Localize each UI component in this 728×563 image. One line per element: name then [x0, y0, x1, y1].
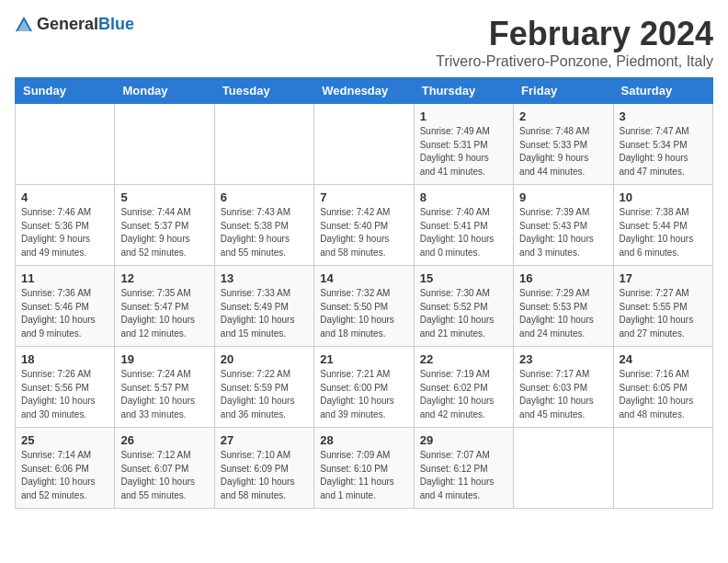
calendar-cell: 16Sunrise: 7:29 AM Sunset: 5:53 PM Dayli…	[514, 266, 613, 347]
day-info: Sunrise: 7:29 AM Sunset: 5:53 PM Dayligh…	[519, 287, 607, 340]
calendar-cell: 12Sunrise: 7:35 AM Sunset: 5:47 PM Dayli…	[115, 266, 214, 347]
day-number: 18	[21, 352, 108, 366]
calendar-cell: 11Sunrise: 7:36 AM Sunset: 5:46 PM Dayli…	[16, 266, 115, 347]
calendar-cell: 13Sunrise: 7:33 AM Sunset: 5:49 PM Dayli…	[214, 266, 313, 347]
calendar-cell: 4Sunrise: 7:46 AM Sunset: 5:36 PM Daylig…	[16, 185, 115, 266]
day-number: 15	[420, 271, 507, 285]
day-number: 17	[620, 271, 707, 285]
logo-text-general: General	[37, 15, 98, 33]
day-number: 25	[21, 433, 108, 447]
day-info: Sunrise: 7:21 AM Sunset: 6:00 PM Dayligh…	[320, 368, 407, 421]
day-info: Sunrise: 7:24 AM Sunset: 5:57 PM Dayligh…	[120, 368, 208, 421]
weekday-header: Wednesday	[314, 78, 414, 104]
day-number: 14	[320, 271, 407, 285]
calendar-cell	[514, 428, 613, 509]
calendar-cell	[314, 104, 414, 185]
day-number: 8	[420, 190, 507, 204]
day-number: 5	[120, 190, 208, 204]
page-header: GeneralBlue February 2024 Trivero-Prativ…	[15, 15, 713, 70]
calendar-cell: 24Sunrise: 7:16 AM Sunset: 6:05 PM Dayli…	[613, 347, 712, 428]
day-number: 6	[221, 190, 308, 204]
day-number: 13	[221, 271, 308, 285]
calendar-cell: 6Sunrise: 7:43 AM Sunset: 5:38 PM Daylig…	[214, 185, 313, 266]
day-info: Sunrise: 7:19 AM Sunset: 6:02 PM Dayligh…	[420, 368, 507, 421]
calendar-cell	[115, 104, 214, 185]
weekday-header: Thursday	[414, 78, 513, 104]
day-info: Sunrise: 7:22 AM Sunset: 5:59 PM Dayligh…	[221, 368, 308, 421]
weekday-header: Friday	[514, 78, 613, 104]
calendar-cell: 18Sunrise: 7:26 AM Sunset: 5:56 PM Dayli…	[16, 347, 115, 428]
title-area: February 2024 Trivero-Prativero-Ponzone,…	[436, 15, 713, 70]
day-number: 1	[420, 109, 507, 123]
day-info: Sunrise: 7:32 AM Sunset: 5:50 PM Dayligh…	[320, 287, 407, 340]
day-info: Sunrise: 7:14 AM Sunset: 6:06 PM Dayligh…	[21, 449, 108, 502]
calendar-week-row: 18Sunrise: 7:26 AM Sunset: 5:56 PM Dayli…	[16, 347, 713, 428]
calendar-cell: 26Sunrise: 7:12 AM Sunset: 6:07 PM Dayli…	[115, 428, 214, 509]
day-info: Sunrise: 7:40 AM Sunset: 5:41 PM Dayligh…	[420, 206, 507, 259]
calendar-week-row: 4Sunrise: 7:46 AM Sunset: 5:36 PM Daylig…	[16, 185, 713, 266]
weekday-header: Sunday	[16, 78, 115, 104]
day-info: Sunrise: 7:26 AM Sunset: 5:56 PM Dayligh…	[21, 368, 108, 421]
day-number: 9	[519, 190, 607, 204]
day-number: 19	[120, 352, 208, 366]
calendar-cell: 28Sunrise: 7:09 AM Sunset: 6:10 PM Dayli…	[314, 428, 414, 509]
day-number: 27	[221, 433, 308, 447]
calendar-subtitle: Trivero-Prativero-Ponzone, Piedmont, Ita…	[436, 53, 713, 70]
day-number: 10	[620, 190, 707, 204]
calendar-cell: 23Sunrise: 7:17 AM Sunset: 6:03 PM Dayli…	[514, 347, 613, 428]
calendar-title: February 2024	[436, 15, 713, 53]
day-info: Sunrise: 7:12 AM Sunset: 6:07 PM Dayligh…	[120, 449, 208, 502]
calendar-cell: 2Sunrise: 7:48 AM Sunset: 5:33 PM Daylig…	[514, 104, 613, 185]
day-number: 2	[519, 109, 607, 123]
day-info: Sunrise: 7:10 AM Sunset: 6:09 PM Dayligh…	[221, 449, 308, 502]
logo: GeneralBlue	[15, 15, 134, 34]
day-info: Sunrise: 7:47 AM Sunset: 5:34 PM Dayligh…	[620, 125, 707, 178]
weekday-header: Saturday	[613, 78, 712, 104]
calendar-week-row: 11Sunrise: 7:36 AM Sunset: 5:46 PM Dayli…	[16, 266, 713, 347]
day-info: Sunrise: 7:46 AM Sunset: 5:36 PM Dayligh…	[21, 206, 108, 259]
day-number: 20	[221, 352, 308, 366]
calendar-cell: 1Sunrise: 7:49 AM Sunset: 5:31 PM Daylig…	[414, 104, 513, 185]
calendar-header: SundayMondayTuesdayWednesdayThursdayFrid…	[16, 78, 713, 104]
calendar-cell: 27Sunrise: 7:10 AM Sunset: 6:09 PM Dayli…	[214, 428, 313, 509]
day-number: 12	[120, 271, 208, 285]
day-info: Sunrise: 7:33 AM Sunset: 5:49 PM Dayligh…	[221, 287, 308, 340]
day-number: 3	[620, 109, 707, 123]
calendar-cell: 19Sunrise: 7:24 AM Sunset: 5:57 PM Dayli…	[115, 347, 214, 428]
day-number: 23	[519, 352, 607, 366]
day-number: 4	[21, 190, 108, 204]
calendar-cell: 25Sunrise: 7:14 AM Sunset: 6:06 PM Dayli…	[16, 428, 115, 509]
day-number: 26	[120, 433, 208, 447]
day-info: Sunrise: 7:27 AM Sunset: 5:55 PM Dayligh…	[620, 287, 707, 340]
calendar-cell: 14Sunrise: 7:32 AM Sunset: 5:50 PM Dayli…	[314, 266, 414, 347]
day-number: 7	[320, 190, 407, 204]
day-info: Sunrise: 7:16 AM Sunset: 6:05 PM Dayligh…	[620, 368, 707, 421]
calendar-cell: 20Sunrise: 7:22 AM Sunset: 5:59 PM Dayli…	[214, 347, 313, 428]
calendar-cell	[613, 428, 712, 509]
calendar-cell: 15Sunrise: 7:30 AM Sunset: 5:52 PM Dayli…	[414, 266, 513, 347]
calendar-cell: 3Sunrise: 7:47 AM Sunset: 5:34 PM Daylig…	[613, 104, 712, 185]
logo-icon	[15, 16, 33, 34]
calendar-week-row: 1Sunrise: 7:49 AM Sunset: 5:31 PM Daylig…	[16, 104, 713, 185]
day-info: Sunrise: 7:30 AM Sunset: 5:52 PM Dayligh…	[420, 287, 507, 340]
day-info: Sunrise: 7:35 AM Sunset: 5:47 PM Dayligh…	[120, 287, 208, 340]
calendar-cell	[214, 104, 313, 185]
day-info: Sunrise: 7:36 AM Sunset: 5:46 PM Dayligh…	[21, 287, 108, 340]
calendar-week-row: 25Sunrise: 7:14 AM Sunset: 6:06 PM Dayli…	[16, 428, 713, 509]
calendar-cell: 21Sunrise: 7:21 AM Sunset: 6:00 PM Dayli…	[314, 347, 414, 428]
day-info: Sunrise: 7:07 AM Sunset: 6:12 PM Dayligh…	[420, 449, 507, 502]
calendar-body: 1Sunrise: 7:49 AM Sunset: 5:31 PM Daylig…	[16, 104, 713, 509]
day-info: Sunrise: 7:48 AM Sunset: 5:33 PM Dayligh…	[519, 125, 607, 178]
weekday-header: Monday	[115, 78, 214, 104]
day-info: Sunrise: 7:42 AM Sunset: 5:40 PM Dayligh…	[320, 206, 407, 259]
day-number: 22	[420, 352, 507, 366]
calendar-cell	[16, 104, 115, 185]
calendar-cell: 10Sunrise: 7:38 AM Sunset: 5:44 PM Dayli…	[613, 185, 712, 266]
calendar-cell: 17Sunrise: 7:27 AM Sunset: 5:55 PM Dayli…	[613, 266, 712, 347]
day-info: Sunrise: 7:09 AM Sunset: 6:10 PM Dayligh…	[320, 449, 407, 502]
day-number: 16	[519, 271, 607, 285]
calendar-cell: 7Sunrise: 7:42 AM Sunset: 5:40 PM Daylig…	[314, 185, 414, 266]
day-number: 29	[420, 433, 507, 447]
day-number: 11	[21, 271, 108, 285]
calendar-cell: 29Sunrise: 7:07 AM Sunset: 6:12 PM Dayli…	[414, 428, 513, 509]
